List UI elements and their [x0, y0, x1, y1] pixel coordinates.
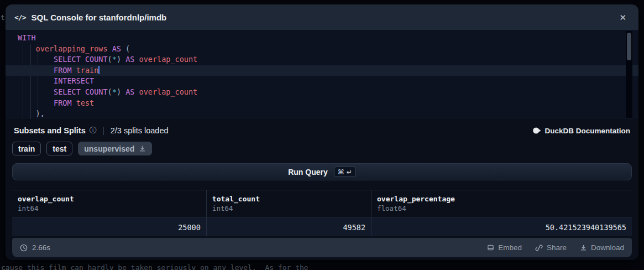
column-type: int64: [18, 204, 201, 212]
sql-editor[interactable]: WITH overlapping_rows AS ( SELECT COUNT(…: [6, 30, 638, 119]
enter-key-icon: ↵: [347, 168, 352, 176]
code-token: overlap_count: [139, 55, 198, 64]
code-token: SELECT: [54, 55, 81, 64]
code-token: [72, 66, 76, 75]
code-lines: WITH overlapping_rows AS ( SELECT COUNT(…: [6, 33, 638, 119]
code-token: AS: [125, 55, 134, 64]
download-label: Download: [591, 243, 624, 252]
code-line[interactable]: SELECT COUNT(*) AS overlap_count: [6, 87, 638, 98]
code-token: (: [121, 44, 130, 53]
code-token: SELECT: [54, 87, 81, 96]
code-token: [81, 87, 85, 96]
result-actions: Embed Share Download: [487, 243, 624, 252]
cmd-key-icon: ⌘: [338, 168, 344, 176]
code-token: overlapping_rows: [36, 44, 108, 53]
column-type: int64: [212, 204, 365, 212]
code-token: train: [76, 66, 99, 75]
col-header-overlap-percentage[interactable]: overlap_percentage float64: [371, 190, 632, 218]
code-line[interactable]: FROM train: [6, 65, 638, 76]
code-token: ): [117, 55, 121, 64]
info-icon[interactable]: ⓘ: [90, 126, 97, 136]
embed-button[interactable]: Embed: [487, 243, 522, 252]
col-header-overlap-count[interactable]: overlap_count int64: [12, 190, 206, 218]
download-icon: [580, 244, 587, 251]
splits-loaded-status: 2/3 splits loaded: [111, 126, 169, 135]
column-type: float64: [377, 204, 626, 212]
share-label: Share: [547, 243, 567, 252]
embed-icon: [487, 244, 494, 251]
modal-header: </> SQL Console for stanfordnlp/imdb ✕: [6, 4, 638, 30]
subsets-splits-label: Subsets and Splits: [14, 126, 86, 135]
split-pill-train[interactable]: train: [12, 142, 41, 155]
code-token: [108, 44, 112, 53]
code-token: [18, 44, 36, 53]
share-button[interactable]: Share: [535, 243, 567, 252]
code-token: INTERSECT: [54, 76, 94, 85]
code-line[interactable]: FROM test: [6, 98, 638, 109]
code-token: ): [117, 87, 121, 96]
code-line[interactable]: INTERSECT: [6, 76, 638, 87]
duckdb-docs-link[interactable]: DuckDB Documentation: [533, 127, 630, 135]
code-token: [134, 55, 139, 64]
code-token: AS: [125, 87, 134, 96]
download-button[interactable]: Download: [580, 243, 624, 252]
run-query-button[interactable]: Run Query ⌘ ↵: [12, 163, 632, 180]
code-token: [18, 87, 54, 96]
col-header-total-count[interactable]: total_count int64: [206, 190, 371, 218]
query-duration-value: 2.66s: [32, 243, 50, 252]
code-token: AS: [112, 44, 121, 53]
cell-total-count: 49582: [206, 218, 371, 236]
code-token: *: [112, 55, 117, 64]
code-token: [18, 98, 54, 107]
code-line[interactable]: ),: [6, 108, 638, 119]
code-line[interactable]: overlapping_rows AS (: [6, 44, 638, 55]
code-token: [81, 55, 85, 64]
code-token: [72, 98, 76, 107]
code-line[interactable]: SELECT COUNT(*) AS overlap_count: [6, 54, 638, 65]
split-pill-label: unsupervised: [84, 144, 134, 153]
code-token: [18, 109, 36, 118]
code-token: [121, 87, 125, 96]
code-token: [18, 66, 54, 75]
divider: [103, 127, 104, 135]
duckdb-logo-icon: [533, 127, 541, 134]
text-cursor-icon: [98, 66, 100, 74]
page-backdrop: t cause this film can hardly be taken se…: [0, 0, 644, 270]
code-token: WITH: [18, 33, 36, 42]
console-body: Subsets and Splits ⓘ 2/3 splits loaded D…: [6, 119, 638, 260]
editor-scrollbar-track[interactable]: [626, 31, 632, 118]
clock-icon: [20, 244, 28, 252]
results-footer: 2.66s Embed: [12, 238, 632, 257]
column-name: overlap_count: [18, 195, 201, 203]
code-token: COUNT: [85, 55, 108, 64]
cell-overlap-count: 25000: [12, 218, 206, 236]
run-query-label: Run Query: [288, 168, 328, 176]
code-token: test: [76, 98, 95, 107]
code-token: [18, 55, 54, 64]
code-token: *: [112, 87, 117, 96]
editor-scrollbar-thumb[interactable]: [627, 33, 631, 60]
keyboard-shortcut-badge: ⌘ ↵: [334, 167, 356, 177]
code-token: [121, 55, 125, 64]
split-pill-test[interactable]: test: [46, 142, 72, 155]
duckdb-docs-label: DuckDB Documentation: [544, 127, 630, 135]
code-line[interactable]: WITH: [6, 33, 638, 44]
background-text-fragment: cause this film can hardly be taken seri…: [1, 263, 308, 270]
column-name: overlap_percentage: [377, 195, 626, 203]
code-token: (: [108, 55, 112, 64]
embed-label: Embed: [498, 243, 522, 252]
download-icon: [139, 145, 146, 152]
split-pill-unsupervised[interactable]: unsupervised: [78, 142, 152, 155]
splits-meta-row: Subsets and Splits ⓘ 2/3 splits loaded D…: [12, 124, 632, 137]
code-token: FROM: [54, 98, 72, 107]
code-token: [134, 87, 139, 96]
close-icon[interactable]: ✕: [616, 11, 630, 24]
code-token: ),: [36, 109, 45, 118]
code-token: FROM: [54, 66, 72, 75]
split-pills: train test unsupervised: [12, 142, 632, 155]
code-token: overlap_count: [139, 87, 198, 96]
code-token: (: [108, 87, 112, 96]
code-token: [18, 76, 54, 85]
background-text-fragment: t: [1, 13, 5, 22]
modal-title: SQL Console for stanfordnlp/imdb: [31, 13, 166, 22]
